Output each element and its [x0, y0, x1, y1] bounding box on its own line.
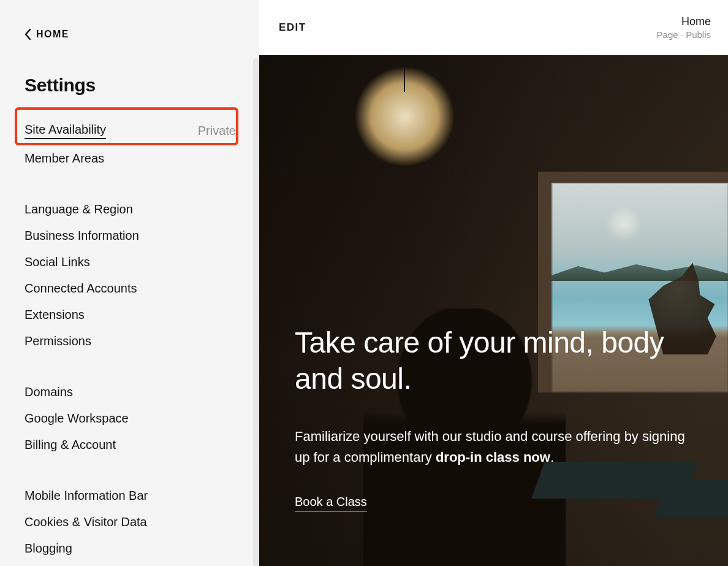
back-label: HOME [36, 29, 69, 40]
settings-item-label: Domains [25, 385, 73, 399]
settings-item-label: Billing & Account [25, 438, 116, 452]
page-name: Home [657, 15, 711, 28]
hero-section: Take care of your mind, body and soul. F… [259, 55, 728, 566]
settings-item-label: Language & Region [25, 202, 133, 216]
settings-item-label: Cookies & Visitor Data [25, 515, 147, 529]
site-preview-pane: EDIT Home Page · Publis Take care of you… [259, 0, 728, 566]
settings-item-domains[interactable]: Domains [25, 379, 236, 405]
settings-item-google-workspace[interactable]: Google Workspace [25, 405, 236, 432]
settings-item-connected-accounts[interactable]: Connected Accounts [25, 275, 236, 302]
settings-item-label: Connected Accounts [25, 281, 137, 296]
hero-sub-post: . [550, 449, 554, 465]
settings-item-business-information[interactable]: Business Information [25, 223, 236, 249]
settings-item-member-areas[interactable]: Member Areas [25, 145, 236, 172]
settings-item-label: Permissions [25, 334, 91, 348]
settings-item-label: Mobile Information Bar [25, 489, 148, 503]
pendant-wire [404, 55, 405, 92]
sidebar-scrollbar[interactable] [253, 58, 259, 566]
preview-topbar: EDIT Home Page · Publis [259, 0, 728, 55]
settings-item-label: Social Links [25, 255, 90, 269]
settings-group: Site AvailabilityPrivateMember Areas [25, 117, 236, 172]
settings-item-advanced[interactable]: Advanced [25, 562, 236, 566]
settings-item-label: Blogging [25, 541, 72, 556]
back-button[interactable]: HOME [25, 26, 236, 43]
settings-group: DomainsGoogle WorkspaceBilling & Account [25, 379, 236, 458]
page-title: Settings [25, 75, 236, 96]
hero-title: Take care of your mind, body and soul. [295, 325, 687, 397]
page-meta: Home Page · Publis [657, 15, 711, 40]
book-class-link[interactable]: Book a Class [295, 495, 367, 511]
settings-item-site-availability[interactable]: Site AvailabilityPrivate [25, 117, 236, 145]
settings-item-label: Business Information [25, 229, 139, 243]
settings-item-cookies-visitor-data[interactable]: Cookies & Visitor Data [25, 509, 236, 535]
settings-item-mobile-information-bar[interactable]: Mobile Information Bar [25, 483, 236, 509]
settings-item-label: Google Workspace [25, 411, 129, 426]
settings-item-label: Site Availability [25, 123, 106, 139]
settings-group: Mobile Information BarCookies & Visitor … [25, 483, 236, 566]
hero-subtitle: Familiarize yourself with our studio and… [295, 426, 687, 468]
settings-sidebar: HOME Settings Site AvailabilityPrivateMe… [0, 0, 259, 566]
settings-item-label: Member Areas [25, 151, 104, 166]
settings-item-meta: Private [198, 124, 236, 138]
settings-group: Language & RegionBusiness InformationSoc… [25, 196, 236, 354]
page-status: Page · Publis [657, 29, 711, 40]
hero-sub-strong: drop-in class now [436, 449, 550, 465]
light-glow [605, 205, 642, 242]
settings-item-label: Extensions [25, 308, 85, 322]
settings-item-language-region[interactable]: Language & Region [25, 196, 236, 223]
settings-item-permissions[interactable]: Permissions [25, 328, 236, 354]
settings-item-blogging[interactable]: Blogging [25, 535, 236, 562]
settings-item-extensions[interactable]: Extensions [25, 302, 236, 328]
edit-button[interactable]: EDIT [279, 21, 306, 34]
settings-item-social-links[interactable]: Social Links [25, 249, 236, 275]
settings-item-billing-account[interactable]: Billing & Account [25, 432, 236, 458]
chevron-left-icon [25, 28, 31, 40]
hero-text-block: Take care of your mind, body and soul. F… [295, 325, 703, 511]
